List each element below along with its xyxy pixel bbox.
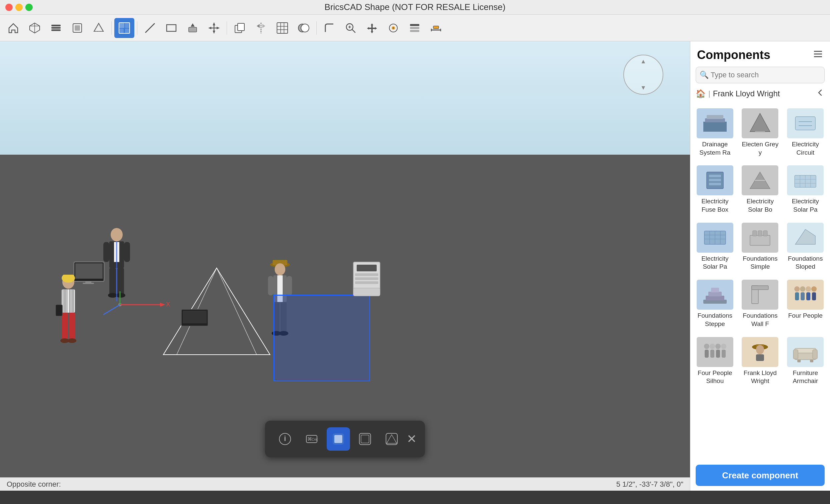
float-close-btn[interactable]: ✕ <box>407 432 417 446</box>
comp-item-frank-lloyd-wright[interactable]: Frank Lloyd Wright <box>739 334 782 388</box>
svg-rect-179 <box>756 354 764 361</box>
toolbar-measure[interactable] <box>426 18 446 38</box>
toolbar-copy[interactable] <box>230 18 250 38</box>
svg-point-166 <box>811 286 817 292</box>
comp-item-four-people-silhou[interactable]: Four People Silhou <box>694 334 736 388</box>
panel-header: Components <box>690 41 830 62</box>
comp-item-found-steppe[interactable]: Foundations Steppe <box>694 277 736 331</box>
comp-item-elec-fuse-box[interactable]: Electricity Fuse Box <box>694 162 736 217</box>
svg-rect-106 <box>355 277 378 280</box>
toolbar-line[interactable] <box>140 18 160 38</box>
person-walking-svg <box>52 275 85 355</box>
comp-item-drainage[interactable]: Drainage System Ra <box>694 105 736 160</box>
svg-point-174 <box>721 344 726 349</box>
svg-line-70 <box>103 305 120 315</box>
comp-item-elec-solar-pa1[interactable]: Electricity Solar Pa <box>784 162 827 217</box>
svg-rect-132 <box>709 175 721 177</box>
toolbar-boolean[interactable] <box>294 18 314 38</box>
comp-item-furniture-armchair[interactable]: Furniture Armchair <box>784 334 827 388</box>
svg-marker-119 <box>387 435 397 443</box>
minimize-button[interactable] <box>15 4 23 11</box>
toolbar-3dbox[interactable] <box>25 18 45 38</box>
window-controls <box>5 4 33 11</box>
svg-rect-16 <box>167 25 176 31</box>
comp-name-found-steppe: Foundations Steppe <box>695 312 735 328</box>
toolbar-manage[interactable] <box>405 18 425 38</box>
comp-name-elec-circuit: Electricity Circuit <box>786 140 825 157</box>
toolbar-material[interactable] <box>383 18 403 38</box>
maximize-button[interactable] <box>25 4 33 11</box>
comp-thumb-elec-solar-pa2 <box>697 223 733 253</box>
comp-item-elec-solar-bo[interactable]: Electricity Solar Bo <box>739 162 782 217</box>
breadcrumb-separator: | <box>708 89 710 98</box>
svg-rect-133 <box>709 179 721 181</box>
search-icon: 🔍 <box>700 71 709 79</box>
comp-name-elec-solar-pa2: Electricity Solar Pa <box>695 255 735 271</box>
comp-name-frank-lloyd-wright: Frank Lloyd Wright <box>741 369 780 385</box>
svg-point-164 <box>806 286 811 292</box>
svg-marker-153 <box>795 229 815 244</box>
comp-item-elec-solar-pa2[interactable]: Electricity Solar Pa <box>694 220 736 274</box>
svg-point-36 <box>301 24 309 32</box>
svg-rect-155 <box>706 296 724 300</box>
comp-thumb-four-people-silhou <box>697 337 733 367</box>
toolbar-solid[interactable] <box>67 18 87 38</box>
create-component-button[interactable]: Create component <box>696 465 825 486</box>
svg-rect-97 <box>268 276 273 295</box>
toolbar-pushpull[interactable] <box>183 18 203 38</box>
toolbar-mirror[interactable] <box>251 18 271 38</box>
breadcrumb-back-button[interactable] <box>815 88 825 99</box>
components-panel: Components 🔍 🏠 | Frank Lloyd Wright <box>690 41 830 491</box>
toolbar-fillet[interactable] <box>319 18 339 38</box>
comp-thumb-elec-fuse-box <box>697 165 733 195</box>
svg-marker-29 <box>262 24 265 28</box>
toolbar-home[interactable] <box>3 18 23 38</box>
svg-rect-123 <box>703 122 727 132</box>
float-toolbar: i ⌘Cmd ✕ <box>265 421 425 457</box>
comp-item-four-people[interactable]: Four People <box>784 277 827 331</box>
toolbar-pan[interactable] <box>362 18 382 38</box>
float-info-btn[interactable]: i <box>273 427 297 451</box>
canvas-scene[interactable]: X <box>0 155 690 491</box>
svg-text:i: i <box>284 434 286 443</box>
toolbar-layers[interactable] <box>46 18 66 38</box>
svg-rect-50 <box>433 26 439 29</box>
comp-thumb-electen-grey <box>742 108 778 138</box>
svg-marker-87 <box>163 268 270 355</box>
statusbar-right: 5 1/2", -33'-7 3/8", 0" <box>616 480 683 489</box>
breadcrumb-home[interactable]: 🏠 <box>696 89 706 98</box>
toolbar-grid[interactable] <box>272 18 292 38</box>
components-scroll[interactable]: Drainage System Ra Electen Grey y Electr… <box>690 103 830 460</box>
comp-name-electen-grey: Electen Grey y <box>741 140 780 157</box>
svg-rect-184 <box>797 360 801 362</box>
toolbar-sep-4 <box>316 21 317 35</box>
search-input[interactable] <box>696 67 825 83</box>
toolbar-mesh[interactable] <box>89 18 109 38</box>
toolbar-move[interactable] <box>204 18 224 38</box>
toolbar-sep-3 <box>227 21 227 35</box>
toolbar-rect[interactable] <box>161 18 181 38</box>
comp-thumb-four-people <box>787 280 824 310</box>
svg-rect-17 <box>189 27 197 32</box>
float-hidden-btn[interactable] <box>380 427 403 451</box>
canvas-area[interactable]: X <box>0 41 690 491</box>
float-wireframe-btn[interactable] <box>353 427 377 451</box>
float-cmd-btn[interactable]: ⌘Cmd <box>300 427 323 451</box>
svg-rect-161 <box>795 292 799 300</box>
svg-rect-86 <box>56 305 62 316</box>
close-button[interactable] <box>5 4 13 11</box>
comp-item-found-wall-f[interactable]: Foundations Wall F <box>739 277 782 331</box>
panel-menu-button[interactable] <box>813 49 823 62</box>
toolbar-viewport[interactable] <box>114 18 134 38</box>
box-object <box>180 308 217 333</box>
svg-rect-169 <box>705 350 709 358</box>
comp-item-electen-grey[interactable]: Electen Grey y <box>739 105 782 160</box>
statusbar: Opposite corner: 5 1/2", -33'-7 3/8", 0" <box>0 477 690 491</box>
svg-rect-57 <box>103 242 109 262</box>
float-solid-view-btn[interactable] <box>327 427 350 451</box>
comp-item-elec-circuit[interactable]: Electricity Circuit <box>784 105 827 160</box>
comp-item-found-simple[interactable]: Foundations Simple <box>739 220 782 274</box>
comp-item-found-sloped[interactable]: Foundations Sloped <box>784 220 827 274</box>
comp-thumb-found-sloped <box>787 223 824 253</box>
toolbar-zoom[interactable] <box>341 18 361 38</box>
